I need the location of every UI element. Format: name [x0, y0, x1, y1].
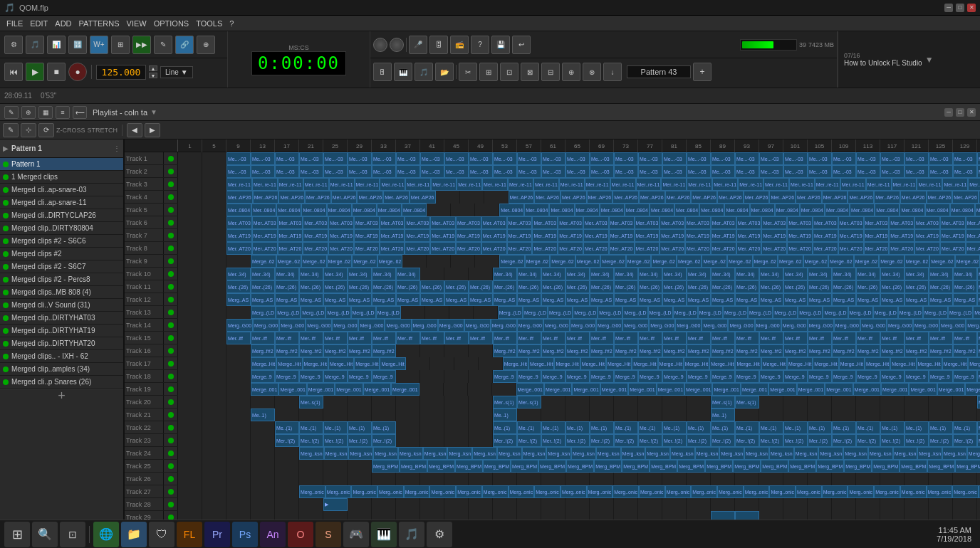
track-cell[interactable]: Mer..AT20	[456, 242, 481, 255]
playlist-icon-3[interactable]: ▦	[38, 106, 53, 119]
track-cell[interactable]: Merg..(LD	[898, 306, 923, 319]
track-cell[interactable]: Merge..9	[493, 370, 517, 383]
track-cell[interactable]: Me...-03	[396, 165, 420, 178]
track-cell[interactable]: Me...-03	[880, 165, 905, 178]
track-cell[interactable]: Me...-03	[469, 152, 493, 165]
track-cell[interactable]	[565, 396, 590, 409]
track-cell[interactable]	[178, 383, 202, 396]
track-cell[interactable]: Mer..AT03	[635, 216, 660, 229]
track-cell[interactable]: Merg..onic	[744, 485, 770, 498]
track-cell[interactable]: Merge..Hit	[917, 357, 942, 370]
track-light-8[interactable]	[164, 242, 178, 254]
track-cell[interactable]	[444, 268, 469, 280]
track-cell[interactable]: Mer..AT20	[303, 242, 328, 255]
track-cell[interactable]: Me...-03	[614, 165, 638, 178]
track-cell[interactable]: Me..(1)	[735, 421, 759, 434]
track-cell[interactable]	[420, 344, 444, 357]
track-cell[interactable]: Me...-03	[299, 165, 323, 178]
track-cell[interactable]	[178, 396, 202, 409]
track-cell[interactable]	[662, 473, 687, 485]
track-cell[interactable]: Merge..Hit	[632, 357, 657, 370]
track-cell[interactable]	[396, 409, 420, 421]
track-cell[interactable]: Mer..iff	[275, 332, 299, 344]
track-cell[interactable]: Mer..iff	[226, 332, 251, 344]
track-cell[interactable]: Mer..iff	[880, 332, 905, 344]
track-light-13[interactable]	[164, 306, 178, 318]
track-cell[interactable]	[590, 498, 614, 511]
pattern-add[interactable]: +	[693, 63, 711, 81]
tutorial-expand[interactable]: ▼	[925, 55, 934, 65]
track-cell[interactable]: Me...-03	[541, 152, 565, 165]
playlist-icon-4[interactable]: ≡	[56, 106, 70, 119]
track-cell[interactable]: Mer..AT20	[914, 242, 940, 255]
track-cell[interactable]: Mer..AT19	[380, 229, 405, 242]
track-cell[interactable]	[662, 511, 687, 520]
track-cell[interactable]: Me...-03	[590, 165, 614, 178]
track-cell[interactable]: Me...-03	[372, 165, 396, 178]
track-cell[interactable]: Merg..f#2	[517, 344, 541, 357]
track-cell[interactable]	[420, 370, 444, 383]
track-cell[interactable]: Merg..ksn	[447, 447, 472, 460]
track-cell[interactable]: Me...-03	[662, 165, 687, 178]
track-cell[interactable]: Merg..AS	[929, 293, 953, 306]
track-cell[interactable]	[953, 409, 977, 421]
track-cell[interactable]: Me...-03	[226, 152, 251, 165]
track-cell[interactable]: Mer..AT20	[787, 242, 813, 255]
track-cell[interactable]: Merg..G00	[702, 319, 728, 332]
track-cell[interactable]: Mer..34)	[565, 268, 590, 280]
track-cell[interactable]: Merg..ksn	[917, 447, 942, 460]
track-cell[interactable]: Mer..34)	[251, 268, 275, 280]
track-cell[interactable]: Merg..G00	[253, 319, 279, 332]
track-cell[interactable]: Me..(1)	[662, 421, 687, 434]
track-light-11[interactable]	[164, 280, 178, 293]
track-cell[interactable]: Merg_BPM	[761, 460, 788, 473]
track-cell[interactable]	[178, 229, 202, 242]
track-cell[interactable]	[832, 473, 856, 485]
sidebar-item-7[interactable]: Merged clips #2 - S6C6	[0, 235, 123, 248]
track-cell[interactable]	[251, 498, 275, 511]
track-cell[interactable]: Mer..(26)	[565, 280, 590, 293]
channel-rack-icon[interactable]: 🎹	[394, 63, 412, 81]
track-cell[interactable]: Merg..G00	[834, 319, 860, 332]
track-cell[interactable]: Merge..62	[955, 255, 980, 268]
track-cell[interactable]: Mer..iff	[541, 332, 565, 344]
track-cell[interactable]: Mer..AP26	[691, 191, 717, 204]
track-cell[interactable]	[372, 409, 396, 421]
track-cell[interactable]: Merg..G00	[226, 319, 253, 332]
track-cell[interactable]	[202, 204, 226, 216]
track-cell[interactable]	[905, 396, 929, 409]
track-cell[interactable]: Merg..onic	[325, 485, 352, 498]
track-cell[interactable]	[251, 434, 275, 447]
track-cell[interactable]: Mer..iff	[662, 332, 687, 344]
track-cell[interactable]: Merge..9	[614, 370, 638, 383]
track-cell[interactable]: Mer..(26)	[299, 280, 323, 293]
toolbar-icon-9[interactable]: 🔗	[175, 36, 194, 54]
track-cell[interactable]: Merg..(LD	[573, 306, 598, 319]
track-cell[interactable]: Merg..G00	[808, 319, 834, 332]
track-cell[interactable]	[202, 409, 226, 421]
track-cell[interactable]: Merge..9	[929, 370, 953, 383]
track-cell[interactable]: Mer..re-11	[712, 178, 738, 191]
track-cell[interactable]	[202, 421, 226, 434]
track-cell[interactable]: Merge..62	[727, 255, 753, 268]
track-cell[interactable]	[856, 396, 880, 409]
track-cell[interactable]	[444, 421, 469, 434]
track-cell[interactable]: Mer..AT03	[761, 216, 787, 229]
track-cell[interactable]	[449, 306, 474, 319]
track-cell[interactable]	[202, 370, 226, 383]
track-cell[interactable]: Me...-03	[929, 152, 953, 165]
track-cell[interactable]: Merg..AS	[735, 293, 759, 306]
track-light-25[interactable]	[164, 460, 178, 472]
track-cell[interactable]: Merg..AS	[226, 293, 251, 306]
track-cell[interactable]: Mer..!(2)	[905, 434, 929, 447]
track-cell[interactable]	[420, 473, 444, 485]
track-cell[interactable]: Merg..G00	[491, 319, 517, 332]
track-cell[interactable]: Mer..AT19	[736, 229, 762, 242]
track-cell[interactable]: Merge..001	[881, 383, 909, 396]
track-cell[interactable]	[323, 473, 348, 485]
track-cell[interactable]: Merge..001	[937, 383, 965, 396]
track-cell[interactable]	[226, 306, 251, 319]
piano-roll-icon[interactable]: 🎵	[415, 63, 433, 81]
track-cell[interactable]: Merg..G00	[464, 319, 491, 332]
track-cell[interactable]	[905, 498, 929, 511]
